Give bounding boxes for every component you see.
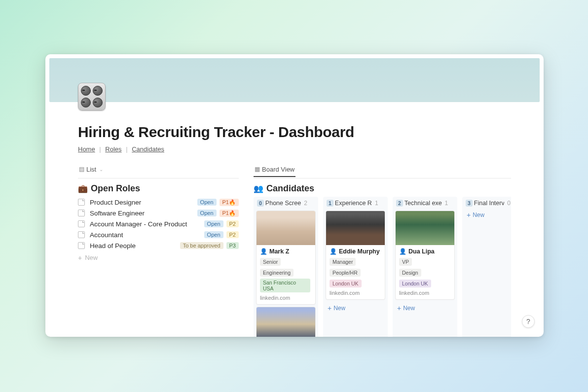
candidate-tag: VP	[399, 258, 412, 266]
view-tab-label: Board View	[262, 166, 294, 173]
cover-image	[49, 58, 540, 102]
briefcase-icon: 💼	[78, 184, 88, 193]
candidate-name: Dua Lipa	[408, 248, 435, 255]
stage-name: Technical exe	[404, 200, 442, 207]
page-title: Hiring & Recruiting Tracker - Dashboard	[78, 124, 511, 141]
breadcrumb-candidates[interactable]: Candidates	[132, 145, 164, 153]
column-header[interactable]: 1Experience R1	[325, 200, 386, 209]
status-badge: Open	[197, 210, 217, 216]
role-name: Product Designer	[90, 199, 141, 206]
candidate-card[interactable]	[256, 307, 316, 337]
person-icon: 👤	[399, 248, 406, 255]
role-row[interactable]: Product DesignerOpenP1🔥	[78, 197, 239, 208]
candidate-card[interactable]: 👤Eddie MurphyManagerPeople/HRLondon UKli…	[326, 211, 385, 300]
app-window: Hiring & Recruiting Tracker - Dashboard …	[45, 54, 544, 337]
person-icon: 👤	[330, 248, 337, 255]
role-name: Account Manager - Core Product	[90, 220, 187, 228]
stage-name: Phone Scree	[265, 200, 301, 207]
role-name: Accountant	[90, 231, 123, 239]
status-badge: Open	[204, 231, 223, 238]
priority-badge: P1🔥	[220, 210, 239, 217]
stage-number-badge: 0	[257, 200, 264, 207]
add-card-label: New	[473, 212, 484, 218]
add-card-label: New	[403, 305, 415, 312]
candidate-tag: Senior	[260, 258, 281, 266]
board-column: 3Final Intervie0+New	[462, 197, 511, 337]
candidate-card[interactable]: 👤Mark ZSeniorEngineeringSan Francisco US…	[256, 211, 316, 305]
candidate-link: linkedin.com	[330, 290, 381, 296]
column-header[interactable]: 0Phone Scree2	[255, 200, 317, 209]
page-icon	[78, 242, 85, 249]
view-tab-board[interactable]: ▦ Board View	[254, 166, 295, 177]
breadcrumb-home[interactable]: Home	[78, 145, 95, 153]
candidate-tag: Manager	[330, 258, 356, 266]
plus-icon: +	[78, 254, 82, 261]
view-tab-list[interactable]: ▤ List ⌄	[78, 166, 104, 177]
column-header[interactable]: 2Technical exe1	[394, 200, 456, 209]
candidate-photo	[326, 211, 385, 245]
candidate-link: linkedin.com	[399, 290, 451, 296]
candidate-photo	[257, 211, 315, 245]
stage-name: Experience R	[335, 200, 372, 207]
stage-number-badge: 3	[466, 200, 473, 207]
page-icon-dashboard[interactable]	[78, 83, 106, 110]
candidate-photo	[396, 211, 454, 245]
role-row[interactable]: Software EngineerOpenP1🔥	[78, 208, 239, 218]
page-icon	[78, 210, 85, 216]
role-row[interactable]: AccountantOpenP2	[78, 229, 239, 240]
column-count: 2	[304, 200, 307, 207]
person-icon: 👤	[260, 248, 267, 255]
page-icon	[78, 220, 85, 227]
priority-badge: P2	[226, 220, 239, 227]
plus-icon: +	[467, 212, 471, 218]
board-column: 2Technical exe1👤Dua LipaVPDesignLondon U…	[393, 197, 457, 337]
column-header[interactable]: 3Final Intervie0	[464, 200, 511, 209]
chevron-down-icon: ⌄	[99, 167, 103, 172]
people-icon: 👥	[254, 184, 263, 193]
candidate-name: Eddie Murphy	[339, 248, 380, 255]
stage-name: Final Intervie	[474, 200, 504, 207]
add-role-label: New	[85, 254, 98, 261]
open-roles-panel: ▤ List ⌄ 💼 Open Roles Product DesignerOp…	[78, 164, 239, 337]
board-column: 0Phone Scree2👤Mark ZSeniorEngineeringSan…	[254, 197, 318, 337]
candidates-panel: ▦ Board View 👥 Candidates 0Phone Scree2👤…	[254, 164, 511, 337]
add-role-button[interactable]: + New	[78, 254, 239, 261]
candidates-heading: Candidates	[266, 183, 314, 194]
priority-badge: P2	[226, 231, 239, 238]
page-icon	[78, 199, 85, 206]
column-count: 1	[375, 200, 378, 207]
add-card-button[interactable]: +New	[464, 209, 511, 219]
add-card-button[interactable]: +New	[394, 302, 456, 313]
candidate-card[interactable]: 👤Dua LipaVPDesignLondon UKlinkedin.com	[395, 211, 455, 300]
breadcrumb: Home | Roles | Candidates	[78, 145, 511, 153]
plus-icon: +	[397, 305, 401, 312]
priority-badge: P3	[226, 242, 239, 249]
view-tab-label: List	[86, 166, 96, 173]
priority-badge: P1🔥	[220, 199, 239, 206]
board-column: 1Experience R1👤Eddie MurphyManagerPeople…	[323, 197, 388, 337]
board-icon: ▦	[255, 166, 260, 173]
help-button[interactable]: ?	[522, 315, 535, 328]
column-count: 0	[507, 200, 511, 207]
candidate-name: Mark Z	[269, 248, 289, 255]
candidate-tag: People/HR	[330, 269, 361, 277]
column-count: 1	[445, 200, 448, 207]
stage-number-badge: 2	[396, 200, 403, 207]
page-icon	[78, 231, 85, 238]
candidate-link: linkedin.com	[260, 295, 312, 301]
add-card-label: New	[333, 305, 345, 312]
role-name: Software Engineer	[90, 210, 145, 217]
list-icon: ▤	[79, 166, 84, 173]
role-row[interactable]: Head of PeopleTo be approvedP3	[78, 240, 239, 251]
status-badge: Open	[204, 220, 223, 227]
plus-icon: +	[328, 305, 331, 312]
candidate-photo	[257, 307, 315, 337]
candidate-tag: San Francisco USA	[260, 279, 310, 292]
role-row[interactable]: Account Manager - Core ProductOpenP2	[78, 218, 239, 229]
candidate-tag: London UK	[399, 280, 431, 287]
breadcrumb-roles[interactable]: Roles	[105, 145, 121, 153]
help-icon: ?	[526, 318, 530, 325]
role-name: Head of People	[90, 242, 136, 249]
add-card-button[interactable]: +New	[325, 302, 386, 313]
open-roles-heading: Open Roles	[91, 183, 140, 194]
